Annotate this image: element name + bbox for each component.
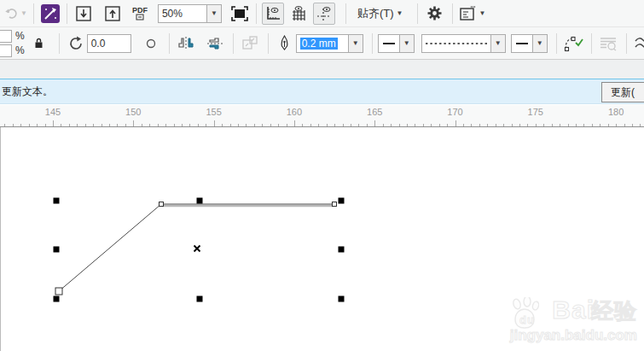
ruler-tick <box>367 124 368 126</box>
export-button[interactable] <box>102 3 124 25</box>
selection-handle[interactable] <box>197 198 203 204</box>
selection-center-mark[interactable] <box>194 246 200 252</box>
export-icon <box>104 5 121 22</box>
ruler-tick <box>37 124 38 126</box>
ruler-tick <box>294 120 295 126</box>
scale-y-input[interactable]: 0 <box>0 44 12 57</box>
percent-label: % <box>15 44 25 56</box>
end-arrowhead-dropdown[interactable]: ▼ <box>533 34 548 53</box>
scale-x-input[interactable]: 0 <box>0 30 12 43</box>
selection-handle[interactable] <box>54 247 60 253</box>
start-arrowhead-dropdown[interactable]: ▼ <box>400 34 415 53</box>
ruler-tick <box>278 124 279 126</box>
full-screen-preview-button[interactable] <box>229 3 251 25</box>
caret-icon: ▼ <box>537 39 543 47</box>
import-button[interactable] <box>73 3 95 25</box>
show-guidelines-toggle[interactable] <box>313 3 335 25</box>
ruler-tick <box>174 124 175 126</box>
selection-handle[interactable] <box>54 198 60 204</box>
horizontal-ruler[interactable]: 145150155160165170175180 <box>0 105 644 127</box>
rotation-angle-input[interactable]: 0.0 <box>87 34 131 53</box>
selection-handle[interactable] <box>197 296 203 302</box>
launch-app-button[interactable] <box>39 3 61 25</box>
drawing-canvas[interactable]: Bai du 经验 jingyan.baidu.com <box>0 127 644 351</box>
text-wrap-button[interactable] <box>597 32 619 55</box>
ruler-tick <box>487 124 488 126</box>
line-style-select[interactable]: ▼ <box>421 34 506 53</box>
selected-curve-object[interactable] <box>1 127 644 351</box>
close-curve-button[interactable] <box>562 32 584 55</box>
mirror-horizontal-button[interactable] <box>175 32 197 55</box>
ruler-tick <box>583 124 584 126</box>
selection-handle[interactable] <box>54 296 60 302</box>
snap-to-menu[interactable]: 贴齐(T) ▼ <box>351 3 409 25</box>
ruler-tick <box>543 124 544 126</box>
curve-node[interactable] <box>160 202 164 207</box>
end-arrowhead-select[interactable]: ▼ <box>511 34 548 53</box>
update-button-label: 更新( <box>611 85 635 100</box>
ruler-tick <box>93 124 94 126</box>
ruler-tick <box>206 124 206 126</box>
ruler-tick <box>334 124 335 126</box>
ruler-tick <box>632 124 633 126</box>
ruler-tick <box>536 124 537 126</box>
outline-width-input[interactable]: 0.2 mm <box>296 34 349 53</box>
percent-label: % <box>15 30 25 42</box>
zoom-level-dropdown[interactable]: ▼ <box>207 4 222 23</box>
ruler-tick <box>431 124 432 126</box>
ruler-tick <box>552 124 553 126</box>
ruler-label: 155 <box>206 107 221 117</box>
ruler-tick <box>149 124 150 126</box>
ruler-tick <box>254 124 255 126</box>
start-arrowhead-select[interactable]: ▼ <box>378 34 415 53</box>
smoothing-icon <box>634 36 644 51</box>
mirror-vertical-button[interactable] <box>204 32 226 55</box>
ruler-tick <box>568 124 569 126</box>
lock-ratio-button[interactable] <box>28 32 50 55</box>
ruler-tick <box>496 124 496 126</box>
selection-handle[interactable] <box>339 247 345 253</box>
combine-button[interactable] <box>239 32 261 55</box>
show-rulers-toggle[interactable] <box>262 3 284 25</box>
ruler-tick <box>85 124 86 126</box>
separator <box>33 3 34 24</box>
outline-width-dropdown[interactable]: ▼ <box>349 34 363 53</box>
rotation-center-button[interactable] <box>140 32 162 55</box>
toolbar-options-button[interactable]: ▼ <box>458 3 486 25</box>
ruler-tick <box>222 124 223 126</box>
show-guidelines-icon <box>316 5 333 22</box>
text-wrap-icon <box>599 36 618 51</box>
selection-handle[interactable] <box>339 198 345 204</box>
ruler-tick <box>125 124 126 126</box>
ruler-tick <box>374 120 375 126</box>
selection-handle[interactable] <box>339 296 345 302</box>
line-style-dropdown[interactable]: ▼ <box>491 34 506 53</box>
ruler-tick <box>214 120 215 126</box>
app-window: ▼ PDF <box>0 0 644 351</box>
ruler-tick <box>592 124 593 126</box>
undo-dropdown-caret[interactable]: ▼ <box>20 9 27 17</box>
ruler-tick <box>302 124 303 126</box>
curve-node[interactable] <box>55 288 62 295</box>
publish-pdf-button[interactable]: PDF <box>129 3 151 25</box>
undo-button[interactable]: ▼ <box>3 3 28 25</box>
combine-icon <box>241 35 259 52</box>
ruler-tick <box>576 124 577 126</box>
ruler-tick <box>262 124 263 126</box>
close-curve-icon <box>563 35 583 52</box>
separator <box>556 33 557 54</box>
show-grid-icon <box>290 5 307 22</box>
toolbar-options-icon <box>459 6 476 21</box>
rotation-button <box>65 32 87 55</box>
ruler-tick <box>109 124 110 126</box>
ruler-label: 160 <box>287 107 302 117</box>
options-button[interactable] <box>423 3 445 25</box>
curve-node[interactable] <box>333 202 337 207</box>
ruler-tick <box>318 124 319 126</box>
update-button[interactable]: 更新( <box>601 82 644 102</box>
ruler-tick <box>624 124 625 126</box>
ruler-tick <box>246 124 247 126</box>
zoom-level-input[interactable]: 50% <box>158 4 207 23</box>
show-grid-toggle[interactable] <box>287 3 310 25</box>
ruler-tick <box>423 124 424 126</box>
